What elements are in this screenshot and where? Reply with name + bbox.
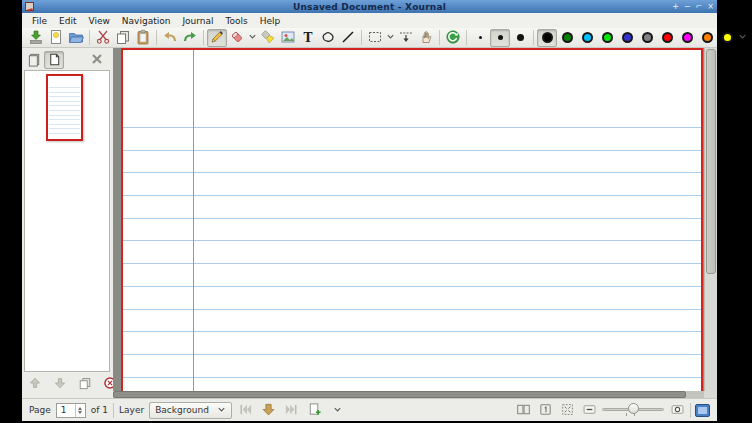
last-page-icon: [284, 402, 299, 419]
hand-icon: [418, 29, 434, 47]
highlighter-tool-button[interactable]: [258, 29, 278, 47]
vertical-scrollbar-thumb[interactable]: [706, 49, 716, 274]
zoom-controls: [514, 402, 710, 418]
color-red-button[interactable]: [657, 29, 677, 47]
sidebar-tabs: [24, 50, 111, 70]
menu-edit[interactable]: Edit: [53, 15, 82, 27]
thumbnail-ruling: [49, 87, 80, 138]
menu-navigation[interactable]: Navigation: [116, 15, 177, 27]
paste-button[interactable]: [133, 29, 153, 47]
thickness-thick-button[interactable]: [510, 29, 530, 47]
zoom-slider[interactable]: [602, 402, 664, 418]
color-black-button[interactable]: [537, 29, 557, 47]
thickness-medium-button[interactable]: [490, 29, 510, 47]
canvas-area[interactable]: [113, 48, 717, 398]
presentation-mode-button[interactable]: [536, 402, 554, 418]
menu-help[interactable]: Help: [254, 15, 287, 27]
redo-icon: [182, 29, 198, 47]
last-page-button[interactable]: [283, 402, 301, 418]
ruler-tool-button[interactable]: [338, 29, 358, 47]
menu-journal[interactable]: Journal: [176, 15, 219, 27]
toolbar-separator: [466, 30, 467, 45]
page-thumbnail[interactable]: [46, 74, 83, 141]
horizontal-scrollbar[interactable]: [113, 391, 704, 398]
zoom-slider-handle[interactable]: [628, 403, 639, 414]
arrow-up-icon: [28, 376, 42, 392]
move-page-up-button[interactable]: [26, 376, 44, 392]
sidebar-close-button[interactable]: [87, 51, 107, 69]
fullscreen-icon: [698, 407, 707, 414]
thickness-fine-button[interactable]: [470, 29, 490, 47]
first-page-button[interactable]: [237, 402, 255, 418]
shape-recognizer-button[interactable]: [318, 29, 338, 47]
color-orange-button[interactable]: [697, 29, 717, 47]
shade-button[interactable]: +: [672, 1, 679, 12]
thickness-fine-icon: [479, 36, 482, 39]
zoom-reset-button[interactable]: [668, 402, 686, 418]
new-page-button[interactable]: [306, 402, 324, 418]
new-button[interactable]: [46, 29, 66, 47]
ruler-icon: [340, 29, 356, 47]
color-red-swatch: [662, 32, 673, 43]
page-number-spinbox[interactable]: 1: [56, 403, 86, 418]
more-colors-dropdown[interactable]: [737, 29, 748, 47]
cut-button[interactable]: [93, 29, 113, 47]
redo-button[interactable]: [180, 29, 200, 47]
next-annotated-page-button[interactable]: [260, 402, 278, 418]
fullscreen-button[interactable]: [695, 404, 710, 417]
spin-up-icon[interactable]: [78, 407, 82, 410]
hand-tool-button[interactable]: [416, 29, 436, 47]
vertical-scrollbar[interactable]: [704, 48, 717, 391]
menu-tools[interactable]: Tools: [220, 15, 254, 27]
new-page-icon: [307, 402, 322, 419]
paired-pages-button[interactable]: [514, 402, 532, 418]
undo-button[interactable]: [160, 29, 180, 47]
vertical-space-button[interactable]: [396, 29, 416, 47]
page-spin-steppers[interactable]: [75, 404, 85, 417]
duplicate-icon: [78, 376, 92, 392]
eraser-tool-button[interactable]: [227, 29, 247, 47]
select-rectangle-icon: [367, 29, 383, 47]
eraser-options-dropdown[interactable]: [247, 29, 258, 47]
color-gray-button[interactable]: [637, 29, 657, 47]
default-pen-button[interactable]: [443, 29, 463, 47]
journal-page[interactable]: [121, 48, 703, 393]
horizontal-scrollbar-thumb[interactable]: [113, 391, 686, 398]
page-thumbnail-panel[interactable]: [24, 70, 110, 372]
open-button[interactable]: [66, 29, 86, 47]
page-margin-line: [193, 50, 194, 391]
pen-tool-button[interactable]: [207, 29, 227, 47]
toolbar-separator: [361, 30, 362, 45]
select-rectangle-button[interactable]: [365, 29, 385, 47]
copy-button[interactable]: [113, 29, 133, 47]
color-lightgreen-button[interactable]: [597, 29, 617, 47]
maximize-button[interactable]: ⌐: [696, 1, 703, 12]
minimize-button[interactable]: −: [684, 1, 691, 12]
menu-view[interactable]: View: [83, 15, 116, 27]
zoom-out-button[interactable]: [580, 402, 598, 418]
spin-down-icon[interactable]: [78, 411, 82, 414]
select-options-dropdown[interactable]: [385, 29, 396, 47]
color-green-button[interactable]: [557, 29, 577, 47]
duplicate-page-button[interactable]: [76, 376, 94, 392]
close-button[interactable]: ×: [707, 1, 714, 12]
text-tool-button[interactable]: T: [298, 29, 318, 47]
new-page-options-dropdown[interactable]: [329, 402, 347, 418]
image-tool-button[interactable]: [278, 29, 298, 47]
sidebar-tab-layers[interactable]: [24, 51, 44, 69]
default-pen-icon: [445, 29, 461, 47]
chevron-down-icon: [386, 32, 395, 43]
move-page-down-button[interactable]: [51, 376, 69, 392]
menu-file[interactable]: File: [26, 15, 53, 27]
zoom-fit-button[interactable]: [558, 402, 576, 418]
vertical-space-icon: [398, 29, 414, 47]
color-yellow-button[interactable]: [717, 29, 737, 47]
color-magenta-button[interactable]: [677, 29, 697, 47]
save-button[interactable]: [26, 29, 46, 47]
sidebar-tab-pages[interactable]: [44, 51, 64, 69]
color-blue-button[interactable]: [617, 29, 637, 47]
titlebar[interactable]: Unsaved Document - Xournal + − ⌐ ×: [22, 0, 717, 13]
color-magenta-swatch: [682, 32, 693, 43]
color-lightblue-button[interactable]: [577, 29, 597, 47]
layer-combobox[interactable]: Background: [149, 402, 232, 419]
